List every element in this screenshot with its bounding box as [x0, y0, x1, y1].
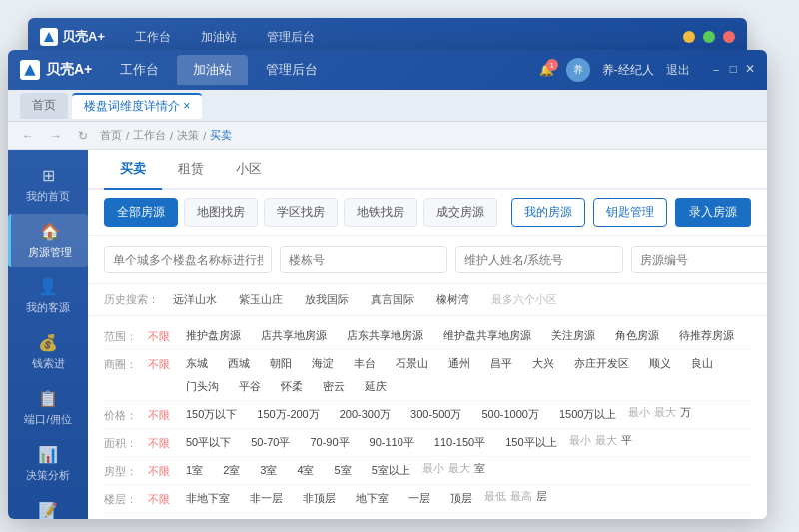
- district-opt-7[interactable]: 昌平: [482, 354, 520, 373]
- filter-tab-sold[interactable]: 成交房源: [423, 198, 497, 227]
- filter-tab-school[interactable]: 学区找房: [264, 198, 338, 227]
- sidebar-item-port[interactable]: 📋 端口/佣位: [8, 381, 88, 435]
- scope-opt-5[interactable]: 角色房源: [607, 326, 667, 345]
- floor-opt-4[interactable]: 一层: [400, 489, 438, 508]
- sidebar-item-house[interactable]: 🏠 房源管理: [8, 214, 88, 267]
- district-opt-11[interactable]: 良山: [683, 354, 721, 373]
- floor-opt-2[interactable]: 非顶层: [295, 489, 344, 508]
- notification-bell[interactable]: 🔔 1: [539, 63, 554, 77]
- quick-tag-3[interactable]: 真言国际: [363, 290, 422, 309]
- scope-opt-6[interactable]: 待推荐房源: [671, 326, 742, 345]
- quick-tag-2[interactable]: 放我国际: [297, 290, 357, 309]
- back-btn[interactable]: ←: [18, 127, 38, 145]
- district-opt-14[interactable]: 怀柔: [273, 377, 311, 396]
- sub-tab-sale[interactable]: 买卖: [104, 150, 162, 190]
- sidebar-item-clients[interactable]: 👤 我的客源: [8, 269, 88, 323]
- sidebar-item-analysis[interactable]: 📊 决策分析: [8, 437, 88, 491]
- direction-value[interactable]: 不限: [148, 517, 170, 519]
- bg-minimize-btn[interactable]: [683, 31, 695, 43]
- close-btn[interactable]: ✕: [745, 62, 755, 79]
- key-manage-btn[interactable]: 钥匙管理: [593, 198, 667, 227]
- area-opt-4[interactable]: 110-150平: [426, 433, 493, 452]
- type-opt-1[interactable]: 2室: [215, 461, 248, 480]
- price-opt-0[interactable]: 150万以下: [178, 405, 245, 424]
- price-opt-5[interactable]: 1500万以上: [551, 405, 624, 424]
- bg-close-btn[interactable]: [723, 31, 735, 43]
- district-opt-8[interactable]: 大兴: [524, 354, 562, 373]
- refresh-btn[interactable]: ↻: [74, 127, 92, 145]
- area-opt-3[interactable]: 90-110平: [362, 433, 422, 452]
- dir-opt-5[interactable]: 西北: [355, 517, 393, 519]
- my-house-btn[interactable]: 我的房源: [511, 198, 585, 227]
- scope-opt-2[interactable]: 店东共享地房源: [339, 326, 431, 345]
- floor-opt-5[interactable]: 顶层: [442, 489, 480, 508]
- maximize-btn[interactable]: □: [730, 62, 737, 79]
- district-opt-4[interactable]: 丰台: [346, 354, 384, 373]
- floor-opt-3[interactable]: 地下室: [348, 489, 397, 508]
- area-opt-2[interactable]: 70-90平: [302, 433, 357, 452]
- floor-opt-0[interactable]: 非地下室: [178, 489, 238, 508]
- sub-tab-community[interactable]: 小区: [220, 150, 278, 190]
- district-opt-5[interactable]: 石景山: [388, 354, 436, 373]
- district-opt-15[interactable]: 密云: [315, 377, 353, 396]
- filter-tab-map[interactable]: 地图找房: [184, 198, 258, 227]
- community-search-input[interactable]: [104, 246, 272, 273]
- type-opt-4[interactable]: 5室: [327, 461, 360, 480]
- district-opt-12[interactable]: 门头沟: [178, 377, 227, 396]
- building-number-input[interactable]: [280, 246, 447, 273]
- dir-opt-9[interactable]: 东西: [511, 517, 549, 519]
- nav-tab-fuel[interactable]: 加油站: [177, 55, 248, 85]
- type-opt-3[interactable]: 4室: [289, 461, 322, 480]
- district-opt-16[interactable]: 延庆: [357, 377, 395, 396]
- agent-name-input[interactable]: [455, 246, 623, 273]
- price-opt-1[interactable]: 150万-200万: [249, 405, 327, 424]
- tab-home[interactable]: 首页: [20, 93, 68, 119]
- bg-nav-tab-fuel[interactable]: 加油站: [187, 23, 251, 52]
- dir-opt-6[interactable]: 北: [397, 517, 423, 519]
- sidebar-item-money[interactable]: 💰 钱索进: [8, 325, 88, 379]
- area-opt-5[interactable]: 150平以上: [497, 433, 564, 452]
- forward-btn[interactable]: →: [46, 127, 66, 145]
- district-opt-2[interactable]: 朝阳: [262, 354, 300, 373]
- area-opt-1[interactable]: 50-70平: [243, 433, 298, 452]
- minimize-btn[interactable]: －: [710, 62, 722, 79]
- quick-tag-4[interactable]: 橡树湾: [428, 290, 477, 309]
- scope-value[interactable]: 不限: [148, 326, 170, 344]
- district-opt-13[interactable]: 平谷: [231, 377, 269, 396]
- dir-opt-7[interactable]: 东北: [427, 517, 465, 519]
- type-opt-5[interactable]: 5室以上: [364, 461, 418, 480]
- area-opt-0[interactable]: 50平以下: [178, 433, 239, 452]
- type-opt-0[interactable]: 1室: [178, 461, 211, 480]
- district-value[interactable]: 不限: [148, 354, 170, 372]
- scope-opt-1[interactable]: 店共享地房源: [253, 326, 335, 345]
- scope-opt-3[interactable]: 维护盘共享地房源: [435, 326, 539, 345]
- dir-opt-1[interactable]: 东南: [209, 517, 247, 519]
- filter-tab-metro[interactable]: 地铁找房: [344, 198, 417, 227]
- scope-opt-0[interactable]: 推护盘房源: [178, 326, 249, 345]
- dir-opt-2[interactable]: 南: [251, 517, 278, 519]
- district-opt-0[interactable]: 东城: [178, 354, 216, 373]
- house-id-input[interactable]: [631, 246, 767, 273]
- quick-tag-1[interactable]: 紫玉山庄: [231, 290, 291, 309]
- dir-opt-4[interactable]: 西: [324, 517, 351, 519]
- sub-tab-rent[interactable]: 租赁: [162, 150, 220, 190]
- filter-tab-all[interactable]: 全部房源: [104, 198, 178, 227]
- price-opt-2[interactable]: 200-300万: [332, 405, 399, 424]
- district-opt-6[interactable]: 通州: [440, 354, 478, 373]
- district-opt-10[interactable]: 顺义: [641, 354, 679, 373]
- exit-label[interactable]: 退出: [666, 62, 690, 79]
- dir-opt-8[interactable]: 南北: [469, 517, 507, 519]
- bg-maximize-btn[interactable]: [703, 31, 715, 43]
- district-opt-1[interactable]: 西城: [220, 354, 258, 373]
- nav-tab-worktable[interactable]: 工作台: [104, 55, 175, 85]
- sidebar-item-contract[interactable]: 📝 签约管理: [8, 493, 88, 519]
- quick-tag-0[interactable]: 远洋山水: [165, 290, 225, 309]
- price-opt-4[interactable]: 500-1000万: [473, 405, 547, 424]
- floor-opt-1[interactable]: 非一层: [242, 489, 291, 508]
- district-opt-3[interactable]: 海淀: [304, 354, 342, 373]
- floor-value[interactable]: 不限: [148, 489, 170, 507]
- price-opt-3[interactable]: 300-500万: [402, 405, 469, 424]
- price-value[interactable]: 不限: [148, 405, 170, 423]
- tab-active[interactable]: 楼盘词维度详情介 ×: [72, 93, 202, 119]
- bg-nav-tab-admin[interactable]: 管理后台: [253, 23, 329, 52]
